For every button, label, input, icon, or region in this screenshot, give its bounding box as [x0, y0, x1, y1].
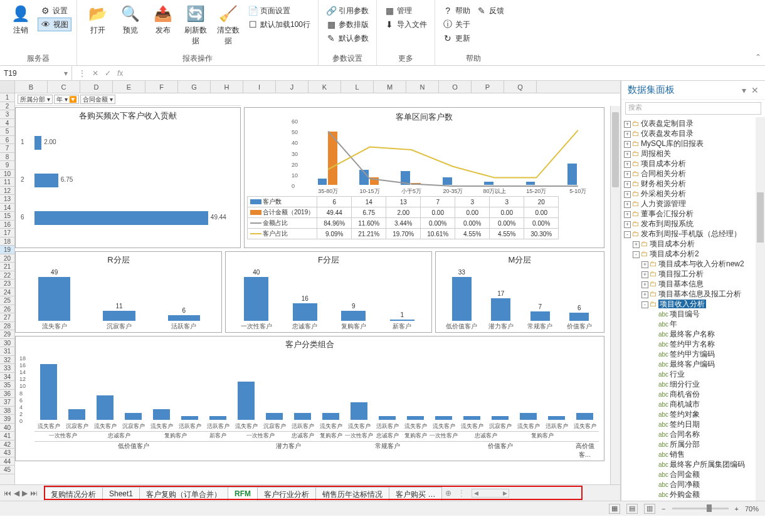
tree-node[interactable]: abc最终客户编码	[621, 359, 765, 369]
vertical-scrollbar[interactable]	[610, 106, 620, 484]
sheet-tab[interactable]: 客户行业分析	[257, 487, 316, 501]
tab-next-icon[interactable]: ▶	[22, 489, 28, 498]
ref-param-button[interactable]: 🔗引用参数	[324, 4, 371, 18]
help-button[interactable]: ?帮助	[440, 4, 473, 18]
tree-node[interactable]: abc所属分部	[621, 439, 765, 449]
add-sheet-icon[interactable]: ⊕	[441, 489, 455, 498]
tree-node[interactable]: abc行业	[621, 369, 765, 379]
tree-node[interactable]: +🗀项目成本分析	[621, 239, 765, 249]
clear-button[interactable]: 🧹清空数据	[213, 3, 244, 48]
view-button[interactable]: 👁视图	[38, 18, 71, 31]
col-header[interactable]: P	[472, 81, 504, 93]
open-button[interactable]: 📂打开	[82, 3, 113, 37]
tree-node[interactable]: abc销售	[621, 449, 765, 459]
sheet-tab[interactable]: Sheet1	[102, 487, 140, 501]
col-header[interactable]: H	[211, 81, 243, 93]
publish-button[interactable]: 📤发布	[147, 3, 179, 37]
zoom-slider[interactable]	[672, 508, 729, 509]
tree-node[interactable]: +🗀财务相关分析	[621, 179, 765, 189]
page-setup-button[interactable]: 📄页面设置	[245, 4, 313, 18]
load100-checkbox[interactable]: ☐默认加载100行	[245, 18, 313, 31]
fx-icon[interactable]: fx	[117, 69, 123, 78]
tree-node[interactable]: +🗀外采相关分析	[621, 189, 765, 199]
preview-button[interactable]: 🔍预览	[115, 3, 146, 37]
tree-node[interactable]: +🗀人力资源管理	[621, 199, 765, 209]
filter-dropdown[interactable]: 年 ▾ 🔽	[54, 95, 80, 104]
col-header[interactable]: Q	[504, 81, 537, 93]
col-header[interactable]: I	[243, 81, 276, 93]
tree-node[interactable]: abc外购金额	[621, 489, 765, 499]
param-order-button[interactable]: ▦参数排版	[324, 18, 371, 31]
view-page-icon[interactable]: ▤	[626, 504, 638, 514]
settings-button[interactable]: ⚙设置	[38, 4, 71, 18]
col-header[interactable]: K	[309, 81, 341, 93]
col-header[interactable]: O	[439, 81, 472, 93]
tree-node[interactable]: abc合同名称	[621, 429, 765, 439]
refresh-button[interactable]: 🔄刷新数据	[180, 3, 211, 48]
tree-node[interactable]: +🗀MySQL库的旧报表	[621, 138, 765, 149]
tree-node[interactable]: -🗀项目成本分析2	[621, 249, 765, 259]
tree-node[interactable]: -🗀发布到周报-手机版（总经理）	[621, 229, 765, 239]
menu-dots-icon[interactable]: ⋮	[78, 69, 86, 78]
sheet-tab[interactable]: 销售历年达标情况	[315, 487, 389, 501]
default-param-button[interactable]: ✎默认参数	[324, 31, 371, 45]
confirm-icon[interactable]: ✓	[105, 69, 111, 78]
manage-button[interactable]: ▦管理	[382, 4, 430, 18]
panel-close-icon[interactable]: ✕	[751, 85, 759, 95]
tree-node[interactable]: +🗀合同与项目投入分析	[621, 499, 765, 501]
tree-node[interactable]: +🗀项目成本分析	[621, 159, 765, 169]
tree-node[interactable]: abc年	[621, 319, 765, 329]
name-box[interactable]: T19▾	[0, 66, 72, 80]
panel-menu-icon[interactable]: ▾	[742, 85, 746, 95]
col-header[interactable]: J	[276, 81, 309, 93]
search-input[interactable]: 搜索	[625, 102, 761, 115]
tree-node[interactable]: abc签约对象	[621, 409, 765, 419]
import-button[interactable]: ⬇导入文件	[382, 18, 430, 31]
tree-node[interactable]: abc商机城市	[621, 399, 765, 409]
tree-node[interactable]: +🗀董事会汇报分析	[621, 209, 765, 219]
feedback-button[interactable]: ✎反馈	[474, 4, 507, 18]
tree-node[interactable]: +🗀仪表盘发布目录	[621, 128, 765, 138]
tab-prev-icon[interactable]: ◀	[14, 489, 19, 498]
about-button[interactable]: ⓘ关于	[440, 18, 473, 31]
col-header[interactable]: C	[48, 81, 80, 93]
sheet-tab[interactable]: 复购情况分析	[44, 487, 103, 501]
select-all-corner[interactable]	[0, 81, 15, 93]
sheet-tab[interactable]: RFM	[228, 487, 258, 501]
filter-dropdown[interactable]: 合同金额 ▾	[80, 95, 115, 104]
filter-dropdown[interactable]: 所属分部 ▾	[18, 95, 53, 104]
col-header[interactable]: G	[178, 81, 211, 93]
horizontal-scrollbar[interactable]: ◀▶	[472, 489, 509, 498]
tree-node[interactable]: abc签约日期	[621, 419, 765, 429]
tree-node[interactable]: +🗀仪表盘定制目录	[621, 118, 765, 128]
tree-node[interactable]: abc最终客户名称	[621, 329, 765, 339]
tree-node[interactable]: abc商机省份	[621, 389, 765, 399]
col-header[interactable]: M	[374, 81, 406, 93]
col-header[interactable]: L	[341, 81, 374, 93]
tab-last-icon[interactable]: ⏭	[30, 489, 38, 498]
update-button[interactable]: ↻更新	[440, 31, 473, 45]
zoom-in-icon[interactable]: +	[735, 505, 739, 513]
tree-node[interactable]: +🗀发布到周报系统	[621, 219, 765, 229]
tree-node[interactable]: abc细分行业	[621, 379, 765, 389]
tree-node[interactable]: -🗀项目收入分析	[621, 299, 765, 309]
tree-node[interactable]: abc合同金额	[621, 469, 765, 479]
tree-node[interactable]: +🗀合同相关分析	[621, 169, 765, 179]
tree-node[interactable]: abc合同净额	[621, 479, 765, 489]
zoom-out-icon[interactable]: −	[662, 505, 665, 513]
ribbon-collapse-icon[interactable]: ⌃	[755, 53, 761, 61]
cancel-icon[interactable]: ✕	[92, 69, 98, 78]
tree-node[interactable]: abc最终客户所属集团编码	[621, 459, 765, 469]
tree-node[interactable]: +🗀项目报工分析	[621, 269, 765, 279]
view-normal-icon[interactable]: ▦	[609, 504, 620, 514]
tree-node[interactable]: abc签约甲方名称	[621, 339, 765, 349]
tree-node[interactable]: abc项目编号	[621, 309, 765, 319]
col-header[interactable]: F	[145, 81, 178, 93]
col-header[interactable]: D	[80, 81, 113, 93]
view-break-icon[interactable]: ▥	[644, 504, 655, 514]
tab-first-icon[interactable]: ⏮	[4, 489, 11, 498]
tree-node[interactable]: +🗀项目基本信息及报工分析	[621, 289, 765, 299]
col-header[interactable]: B	[15, 81, 48, 93]
col-header[interactable]: E	[113, 81, 145, 93]
worksheet-canvas[interactable]: 所属分部 ▾年 ▾ 🔽合同金额 ▾各购买频次下客户收入贡献12.0026.756…	[15, 93, 620, 484]
